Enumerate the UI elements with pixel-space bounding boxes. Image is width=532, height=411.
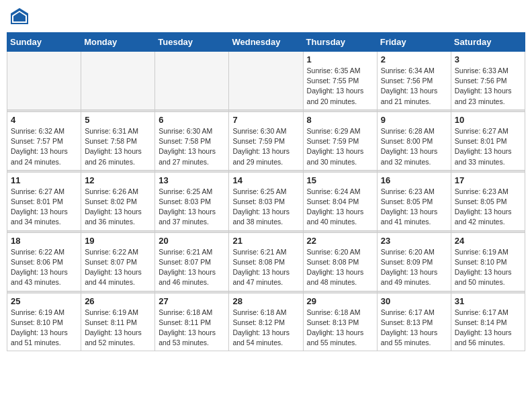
day-number: 29	[307, 296, 373, 306]
day-number: 16	[381, 175, 447, 185]
calendar-cell	[7, 52, 81, 110]
day-info: Sunrise: 6:35 AMSunset: 7:55 PMDaylight:…	[307, 66, 373, 107]
calendar-cell: 3Sunrise: 6:33 AMSunset: 7:56 PMDaylight…	[451, 52, 525, 110]
calendar-week-row: 25Sunrise: 6:19 AMSunset: 8:10 PMDayligh…	[7, 293, 525, 351]
calendar-week-row: 1Sunrise: 6:35 AMSunset: 7:55 PMDaylight…	[7, 52, 525, 110]
day-info: Sunrise: 6:27 AMSunset: 8:01 PMDaylight:…	[11, 187, 77, 228]
day-info: Sunrise: 6:17 AMSunset: 8:14 PMDaylight:…	[455, 308, 521, 349]
calendar-cell	[229, 52, 303, 110]
calendar-cell: 15Sunrise: 6:24 AMSunset: 8:04 PMDayligh…	[303, 172, 377, 230]
day-info: Sunrise: 6:18 AMSunset: 8:13 PMDaylight:…	[307, 308, 373, 349]
calendar-cell: 16Sunrise: 6:23 AMSunset: 8:05 PMDayligh…	[377, 172, 451, 230]
weekday-header-saturday: Saturday	[451, 33, 525, 52]
weekday-header-monday: Monday	[81, 33, 155, 52]
day-info: Sunrise: 6:31 AMSunset: 7:58 PMDaylight:…	[85, 126, 151, 167]
day-info: Sunrise: 6:23 AMSunset: 8:05 PMDaylight:…	[381, 187, 447, 228]
calendar-cell: 12Sunrise: 6:26 AMSunset: 8:02 PMDayligh…	[81, 172, 155, 230]
day-info: Sunrise: 6:28 AMSunset: 8:00 PMDaylight:…	[381, 126, 447, 167]
page-header	[7, 7, 525, 27]
calendar-cell: 30Sunrise: 6:17 AMSunset: 8:13 PMDayligh…	[377, 293, 451, 351]
day-number: 31	[455, 296, 521, 306]
weekday-header-friday: Friday	[377, 33, 451, 52]
day-info: Sunrise: 6:19 AMSunset: 8:11 PMDaylight:…	[85, 308, 151, 349]
day-number: 7	[232, 115, 299, 125]
calendar-cell: 19Sunrise: 6:22 AMSunset: 8:07 PMDayligh…	[81, 232, 155, 291]
day-number: 14	[232, 175, 299, 185]
day-number: 23	[381, 236, 447, 246]
calendar-table: SundayMondayTuesdayWednesdayThursdayFrid…	[7, 32, 525, 351]
calendar-cell: 2Sunrise: 6:34 AMSunset: 7:56 PMDaylight…	[377, 52, 451, 110]
day-info: Sunrise: 6:21 AMSunset: 8:08 PMDaylight:…	[232, 247, 299, 288]
day-info: Sunrise: 6:20 AMSunset: 8:08 PMDaylight:…	[307, 247, 373, 288]
day-number: 15	[307, 175, 373, 185]
day-number: 20	[159, 236, 225, 246]
day-info: Sunrise: 6:22 AMSunset: 8:06 PMDaylight:…	[11, 247, 77, 288]
calendar-cell: 1Sunrise: 6:35 AMSunset: 7:55 PMDaylight…	[303, 52, 377, 110]
calendar-cell	[155, 52, 229, 110]
day-info: Sunrise: 6:34 AMSunset: 7:56 PMDaylight:…	[381, 66, 447, 107]
weekday-header-wednesday: Wednesday	[229, 33, 303, 52]
day-info: Sunrise: 6:18 AMSunset: 8:11 PMDaylight:…	[159, 308, 225, 349]
logo	[9, 7, 32, 27]
day-number: 9	[381, 115, 447, 125]
day-info: Sunrise: 6:26 AMSunset: 8:02 PMDaylight:…	[85, 187, 151, 228]
calendar-cell: 31Sunrise: 6:17 AMSunset: 8:14 PMDayligh…	[451, 293, 525, 351]
day-number: 21	[232, 236, 299, 246]
day-number: 28	[232, 296, 299, 306]
day-number: 2	[381, 54, 447, 64]
calendar-cell: 4Sunrise: 6:32 AMSunset: 7:57 PMDaylight…	[7, 111, 81, 170]
day-number: 6	[159, 115, 225, 125]
calendar-cell: 18Sunrise: 6:22 AMSunset: 8:06 PMDayligh…	[7, 232, 81, 291]
calendar-cell: 26Sunrise: 6:19 AMSunset: 8:11 PMDayligh…	[81, 293, 155, 351]
weekday-header-tuesday: Tuesday	[155, 33, 229, 52]
calendar-cell: 6Sunrise: 6:30 AMSunset: 7:58 PMDaylight…	[155, 111, 229, 170]
calendar-cell: 20Sunrise: 6:21 AMSunset: 8:07 PMDayligh…	[155, 232, 229, 291]
calendar-week-row: 18Sunrise: 6:22 AMSunset: 8:06 PMDayligh…	[7, 232, 525, 291]
day-info: Sunrise: 6:18 AMSunset: 8:12 PMDaylight:…	[232, 308, 299, 349]
weekday-header-sunday: Sunday	[7, 33, 81, 52]
day-info: Sunrise: 6:20 AMSunset: 8:09 PMDaylight:…	[381, 247, 447, 288]
day-info: Sunrise: 6:30 AMSunset: 7:59 PMDaylight:…	[232, 126, 299, 167]
day-info: Sunrise: 6:33 AMSunset: 7:56 PMDaylight:…	[455, 66, 521, 107]
logo-icon	[9, 7, 30, 27]
day-number: 10	[455, 115, 521, 125]
calendar-cell: 17Sunrise: 6:23 AMSunset: 8:05 PMDayligh…	[451, 172, 525, 230]
day-number: 30	[381, 296, 447, 306]
calendar-cell: 22Sunrise: 6:20 AMSunset: 8:08 PMDayligh…	[303, 232, 377, 291]
day-info: Sunrise: 6:23 AMSunset: 8:05 PMDaylight:…	[455, 187, 521, 228]
calendar-cell: 14Sunrise: 6:25 AMSunset: 8:03 PMDayligh…	[229, 172, 303, 230]
calendar-header-row: SundayMondayTuesdayWednesdayThursdayFrid…	[7, 33, 525, 52]
day-number: 25	[11, 296, 77, 306]
day-number: 18	[11, 236, 77, 246]
day-info: Sunrise: 6:25 AMSunset: 8:03 PMDaylight:…	[159, 187, 225, 228]
day-info: Sunrise: 6:30 AMSunset: 7:58 PMDaylight:…	[159, 126, 225, 167]
day-info: Sunrise: 6:29 AMSunset: 7:59 PMDaylight:…	[307, 126, 373, 167]
day-info: Sunrise: 6:25 AMSunset: 8:03 PMDaylight:…	[232, 187, 299, 228]
day-info: Sunrise: 6:19 AMSunset: 8:10 PMDaylight:…	[455, 247, 521, 288]
day-number: 27	[159, 296, 225, 306]
calendar-cell: 10Sunrise: 6:27 AMSunset: 8:01 PMDayligh…	[451, 111, 525, 170]
day-number: 8	[307, 115, 373, 125]
calendar-cell	[81, 52, 155, 110]
day-info: Sunrise: 6:22 AMSunset: 8:07 PMDaylight:…	[85, 247, 151, 288]
calendar-cell: 28Sunrise: 6:18 AMSunset: 8:12 PMDayligh…	[229, 293, 303, 351]
calendar-cell: 8Sunrise: 6:29 AMSunset: 7:59 PMDaylight…	[303, 111, 377, 170]
day-number: 3	[455, 54, 521, 64]
calendar-cell: 9Sunrise: 6:28 AMSunset: 8:00 PMDaylight…	[377, 111, 451, 170]
day-info: Sunrise: 6:24 AMSunset: 8:04 PMDaylight:…	[307, 187, 373, 228]
day-info: Sunrise: 6:21 AMSunset: 8:07 PMDaylight:…	[159, 247, 225, 288]
calendar-cell: 11Sunrise: 6:27 AMSunset: 8:01 PMDayligh…	[7, 172, 81, 230]
calendar-cell: 5Sunrise: 6:31 AMSunset: 7:58 PMDaylight…	[81, 111, 155, 170]
calendar-cell: 27Sunrise: 6:18 AMSunset: 8:11 PMDayligh…	[155, 293, 229, 351]
day-number: 4	[11, 115, 77, 125]
day-number: 13	[159, 175, 225, 185]
calendar-cell: 7Sunrise: 6:30 AMSunset: 7:59 PMDaylight…	[229, 111, 303, 170]
calendar-week-row: 11Sunrise: 6:27 AMSunset: 8:01 PMDayligh…	[7, 172, 525, 230]
calendar-cell: 29Sunrise: 6:18 AMSunset: 8:13 PMDayligh…	[303, 293, 377, 351]
calendar-cell: 23Sunrise: 6:20 AMSunset: 8:09 PMDayligh…	[377, 232, 451, 291]
calendar-cell: 21Sunrise: 6:21 AMSunset: 8:08 PMDayligh…	[229, 232, 303, 291]
day-number: 1	[307, 54, 373, 64]
weekday-header-thursday: Thursday	[303, 33, 377, 52]
day-info: Sunrise: 6:19 AMSunset: 8:10 PMDaylight:…	[11, 308, 77, 349]
day-number: 5	[85, 115, 151, 125]
